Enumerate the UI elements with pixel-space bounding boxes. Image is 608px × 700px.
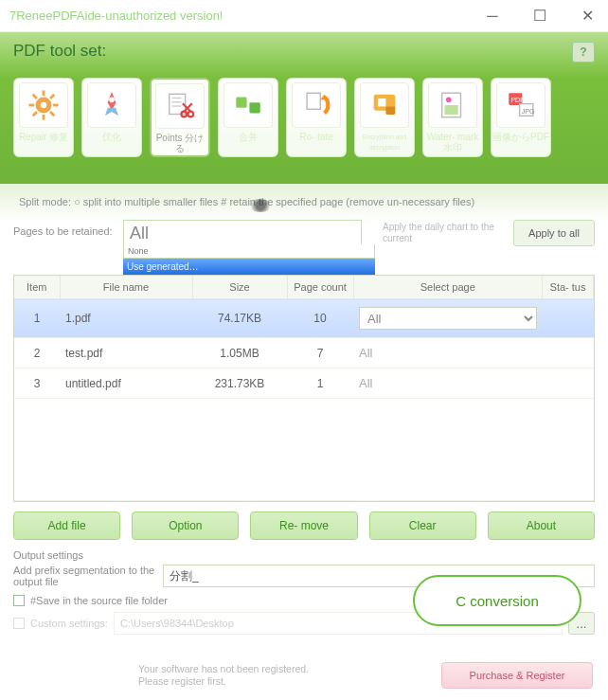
table-row[interactable]: 1 1.pdf 74.17KB 10 All [14,299,594,338]
apply-all-button[interactable]: Apply to all [513,220,595,246]
image-pdf-icon: PDFJPG [496,82,545,128]
tool-label: Repair 修复 [19,132,68,142]
svg-rect-21 [307,93,320,109]
header-title: PDF tool set: [13,42,595,61]
cell-filename: untitled.pdf [60,368,192,399]
custom-checkbox[interactable] [13,618,25,629]
tool-optimize[interactable]: 优化 [81,78,142,157]
pages-row: Pages to be retained: None Use generated… [13,220,595,246]
cell-pages: 10 [287,299,353,338]
watermark-icon [428,82,477,128]
col-filename[interactable]: File name [60,276,192,299]
tool-label: Points 分ける [152,133,208,153]
footer-line1: Your software has not been registered. [138,663,309,675]
cell-pages: 7 [287,338,353,368]
button-row: Add file Option Re- move Clear About [13,512,595,540]
pages-label: Pages to be retained: [13,220,117,237]
col-selectpage[interactable]: Select page [353,276,543,299]
cell-status [543,338,594,368]
split-mode-text: Split mode: ○ split into multiple smalle… [13,193,595,210]
svg-point-10 [109,98,115,103]
remove-button[interactable]: Re- move [250,512,357,540]
cell-size: 231.73KB [192,368,287,399]
cell-status [543,368,594,399]
svg-rect-20 [249,102,259,113]
tool-imgtopdf[interactable]: PDFJPG 画像からPDF [491,78,551,157]
dropdown-option-selected[interactable]: Use generated… [123,259,375,275]
cell-filename: test.pdf [60,338,192,368]
lock-icon [360,82,409,128]
file-table: Item File name Size Page count Select pa… [13,275,595,502]
dropdown-option[interactable]: None [123,244,375,259]
svg-rect-24 [378,99,386,107]
svg-text:JPG: JPG [522,108,535,116]
puzzle-icon [224,82,273,128]
cell-size: 1.05MB [192,338,287,368]
cell-item: 3 [14,368,60,399]
tool-label: 合并 [239,132,258,142]
svg-line-7 [50,112,54,116]
cell-item: 2 [14,338,60,368]
svg-rect-19 [236,98,246,108]
cell-filename: 1.pdf [60,299,192,338]
tool-label: Ro- tate [299,132,333,142]
decorative-dot [248,199,273,212]
about-button[interactable]: About [488,512,595,540]
tool-label: 画像からPDF [492,132,549,142]
select-page-dropdown[interactable]: All [359,307,537,330]
col-size[interactable]: Size [192,276,287,299]
tool-watermark[interactable]: Water- mark 水印 [422,78,483,157]
header: PDF tool set: ? Repair 修复 优化 Points 分ける … [0,32,608,184]
pages-input[interactable] [123,220,362,246]
main-panel: Split mode: ○ split into multiple smalle… [0,184,608,700]
svg-point-1 [41,102,47,109]
col-status[interactable]: Sta- tus [543,276,594,299]
cell-size: 74.17KB [192,299,287,338]
convert-button[interactable]: C conversion [413,575,581,626]
window-title: 7ReneePDFAide-unauthorized version! [9,9,223,23]
table-row[interactable]: 2 test.pdf 1.05MB 7 All [14,338,594,368]
titlebar: 7ReneePDFAide-unauthorized version! ─ ☐ … [0,0,608,32]
svg-line-9 [33,112,37,116]
close-button[interactable]: ✕ [574,3,600,29]
select-page-value[interactable]: All [353,338,543,368]
tool-row: Repair 修复 优化 Points 分ける 合并 Ro- tate [13,78,595,157]
apply-hint: Apply the daily chart to the current [383,220,508,244]
tool-encrypt[interactable]: Encryption and decryption [354,78,415,157]
prefix-label: Add prefix segmentation to the output fi… [13,565,155,587]
col-item[interactable]: Item [14,276,60,299]
clear-button[interactable]: Clear [369,512,476,540]
save-source-label: #Save in the source file folder [30,595,168,606]
tool-label: 优化 [102,132,121,142]
help-icon[interactable]: ? [572,42,595,63]
tool-label: Encryption and decryption [355,132,414,153]
rocket-icon [87,82,136,128]
footer-message: Your software has not been registered. P… [138,663,309,688]
tool-rotate[interactable]: Ro- tate [286,78,347,157]
select-page-value[interactable]: All [353,368,543,399]
col-pagecount[interactable]: Page count [287,276,353,299]
custom-label: Custom settings: [30,618,108,629]
svg-line-6 [33,95,37,99]
pages-dropdown[interactable]: None Use generated… [123,244,375,275]
tool-points[interactable]: Points 分ける [150,78,210,157]
footer-line2: Please register first. [138,675,309,688]
svg-marker-22 [320,95,330,100]
cell-pages: 1 [287,368,353,399]
add-file-button[interactable]: Add file [13,512,120,540]
svg-rect-27 [445,105,458,115]
svg-rect-25 [385,106,395,115]
cell-status [543,299,594,338]
option-button[interactable]: Option [132,512,239,540]
svg-point-28 [446,98,452,103]
tool-merge[interactable]: 合并 [218,78,278,157]
tool-repair[interactable]: Repair 修复 [13,78,74,157]
minimize-button[interactable]: ─ [479,3,506,29]
save-source-checkbox[interactable] [13,595,25,606]
register-button[interactable]: Purchase & Register [441,662,593,689]
gear-icon [19,82,68,128]
table-empty-area [14,399,594,501]
table-row[interactable]: 3 untitled.pdf 231.73KB 1 All [14,368,594,399]
maximize-button[interactable]: ☐ [527,3,553,29]
tool-label: Water- mark 水印 [423,132,482,153]
